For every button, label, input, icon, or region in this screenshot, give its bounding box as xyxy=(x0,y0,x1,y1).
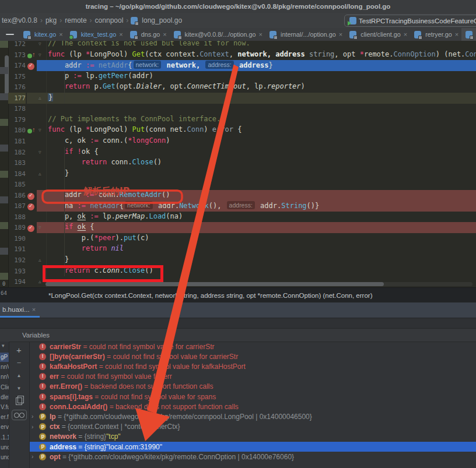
editor-tab-kitex-v0-0-8-option-go[interactable]: kitex@v0.0.8/.../option.go× xyxy=(170,28,265,41)
fold-region-end-icon[interactable] xyxy=(38,94,41,102)
editor-tab-long-pool-go[interactable]: long_pool.go xyxy=(461,28,476,41)
breadcrumb-item[interactable]: pkg xyxy=(44,16,58,24)
expand-arrow-icon[interactable]: › xyxy=(32,413,39,420)
variable-row-kafkahostport[interactable]: kafkaHostPort = could not find symbol va… xyxy=(30,361,476,371)
expand-arrow-icon[interactable]: › xyxy=(32,424,39,430)
code-line[interactable]: 180func (lp *LongPool) Put(conn net.Conn… xyxy=(0,125,476,136)
code-line[interactable]: 174 addr := netAddr{network: network, ad… xyxy=(0,60,476,71)
line-number[interactable]: 177 xyxy=(8,93,26,104)
variable-row-carrierstr[interactable]: carrierStr = could not find symbol value… xyxy=(30,342,476,351)
code-line[interactable]: 186 addr := conn.RemoteAddr() xyxy=(0,190,476,201)
code-line[interactable]: 183 return conn.Close() xyxy=(0,157,476,168)
variable-row-err[interactable]: err = could not find symbol value for er… xyxy=(30,372,476,382)
close-icon[interactable]: × xyxy=(163,31,166,38)
line-number[interactable]: 176 xyxy=(8,83,26,91)
frame-item[interactable]: .1.1 xyxy=(0,433,9,442)
line-number[interactable]: 193 xyxy=(8,268,26,275)
variable-row--byte-carrierstr-[interactable]: []byte(carrierStr) = could not find symb… xyxy=(30,351,476,361)
line-number[interactable]: 181 xyxy=(8,138,26,145)
frame-item[interactable]: nnV xyxy=(0,372,9,382)
line-number[interactable]: 174 xyxy=(8,62,26,69)
code-line[interactable]: 187 na := netAddr{network: addr.Network(… xyxy=(0,200,476,212)
fold-region-start-icon[interactable] xyxy=(38,223,41,231)
editor-tab-client-client-go[interactable]: client/client.go× xyxy=(345,28,410,41)
code-line[interactable]: 172// The context is not used but leave … xyxy=(0,41,476,50)
code-line[interactable]: 182 if !ok { xyxy=(0,147,476,158)
code-line[interactable]: 177} xyxy=(0,93,476,104)
fold-region-start-icon[interactable] xyxy=(38,41,41,48)
implements-method-icon[interactable] xyxy=(27,127,36,135)
expand-arrow-icon[interactable]: › xyxy=(32,453,39,460)
breadcrumb-item[interactable]: tex@v0.0.8 xyxy=(0,16,39,24)
line-number[interactable]: 190 xyxy=(8,235,26,242)
editor-tab-retryer-go[interactable]: retryer.go× xyxy=(410,28,461,41)
close-icon[interactable]: × xyxy=(59,31,62,38)
close-icon[interactable]: × xyxy=(259,31,262,38)
line-number[interactable]: 182 xyxy=(8,149,26,156)
editor-tab-dns-go[interactable]: dns.go× xyxy=(126,28,170,41)
line-number[interactable]: 180 xyxy=(8,126,26,134)
show-watches-toggle[interactable] xyxy=(9,409,29,421)
hide-tabs-icon[interactable] xyxy=(6,34,14,35)
fold-region-end-icon[interactable] xyxy=(38,170,41,178)
code-line[interactable]: 190 p.(*peer).put(c) xyxy=(0,233,476,244)
code-line[interactable]: 192 } xyxy=(0,255,476,266)
variable-row-err-error-[interactable]: err.Error() = backend does not support f… xyxy=(30,382,476,392)
code-line[interactable]: 175 p := lp.getPeer(addr) xyxy=(0,71,476,82)
fold-region-end-icon[interactable] xyxy=(38,277,41,286)
line-number[interactable]: 179 xyxy=(8,116,26,124)
breadcrumb-item[interactable]: remote xyxy=(63,16,88,24)
fold-region-start-icon[interactable] xyxy=(38,148,41,156)
editor-tab-kitex-go[interactable]: kitex.go× xyxy=(19,28,66,41)
line-number[interactable]: 192 xyxy=(8,256,26,264)
variable-row-spans-i-tags[interactable]: spans[i].tags = could not find symbol va… xyxy=(30,392,476,402)
line-number[interactable]: 183 xyxy=(8,159,26,167)
breakpoint-icon[interactable] xyxy=(27,63,34,70)
code-editor[interactable]: 172// The context is not used but leave … xyxy=(0,41,476,287)
line-number[interactable]: 185 xyxy=(8,181,26,188)
line-number[interactable]: 178 xyxy=(8,105,26,112)
code-line[interactable]: 193 return c.Conn.Close() xyxy=(0,266,476,277)
line-number[interactable]: 191 xyxy=(8,245,26,253)
fold-region-end-icon[interactable] xyxy=(38,256,41,264)
frame-item[interactable]: gP xyxy=(0,353,9,362)
code-line[interactable]: 179// Put implements the ConnPool interf… xyxy=(0,114,476,125)
fold-region-start-icon[interactable] xyxy=(38,126,41,134)
variable-row-address[interactable]: address = {string} "local.com:31990" xyxy=(30,442,476,452)
breakpoint-icon[interactable] xyxy=(27,193,34,200)
line-number[interactable]: 186 xyxy=(8,192,26,199)
frame-item[interactable]: dlel xyxy=(0,393,9,402)
breakpoint-icon[interactable] xyxy=(27,225,34,232)
variable-row-network[interactable]: network = {string} "tcp" xyxy=(30,432,476,442)
close-icon[interactable]: × xyxy=(32,306,36,313)
close-icon[interactable]: × xyxy=(455,31,459,38)
move-up-button[interactable] xyxy=(9,370,29,381)
run-configuration-selector[interactable]: TestRPCTracingBusinessCodeFeatureOff in … xyxy=(344,15,476,27)
close-icon[interactable]: × xyxy=(119,31,123,38)
variable-row-lp[interactable]: ›lp = {*github.com/cloudwego/kitex/pkg/r… xyxy=(30,411,476,421)
debug-session-tab[interactable]: b.huaxi... × xyxy=(0,302,38,316)
code-line[interactable]: 184 } xyxy=(0,168,476,180)
line-number[interactable]: 175 xyxy=(8,73,26,80)
variable-row-opt[interactable]: ›opt = {*github.com/cloudwego/kitex/pkg/… xyxy=(30,452,476,462)
editor-tab-internal-option-go[interactable]: internal/.../option.go× xyxy=(265,28,345,41)
code-line[interactable]: 188 p, ok := lp.peerMap.Load(na) xyxy=(0,212,476,223)
frame-item[interactable]: nnV xyxy=(0,363,9,372)
code-line[interactable]: 176 return p.Get(opt.Dialer, opt.Connect… xyxy=(0,82,476,93)
add-watch-button[interactable] xyxy=(9,344,29,356)
code-line[interactable]: 173func (lp *LongPool) Get(ctx context.C… xyxy=(0,50,476,61)
code-line[interactable]: 185 xyxy=(0,179,476,190)
fold-region-start-icon[interactable] xyxy=(38,51,41,59)
chevron-down-icon[interactable]: ▾ xyxy=(2,343,5,349)
line-number[interactable]: 189 xyxy=(8,224,26,231)
close-icon[interactable]: × xyxy=(339,31,342,38)
breakpoint-icon[interactable] xyxy=(27,203,34,210)
variable-row-conn-localaddr-[interactable]: conn.LocalAddr() = backend does not supp… xyxy=(30,402,476,411)
line-number[interactable]: 188 xyxy=(8,213,26,221)
frame-item[interactable]: unc xyxy=(0,453,9,462)
variable-row-ctx[interactable]: ›ctx = {context.Context | *context.timer… xyxy=(30,422,476,432)
code-line[interactable]: 178 xyxy=(0,103,476,114)
frame-item[interactable]: er.f xyxy=(0,413,9,422)
code-line[interactable]: 189 if ok { xyxy=(0,222,476,233)
duplicate-watch-button[interactable] xyxy=(9,395,29,407)
